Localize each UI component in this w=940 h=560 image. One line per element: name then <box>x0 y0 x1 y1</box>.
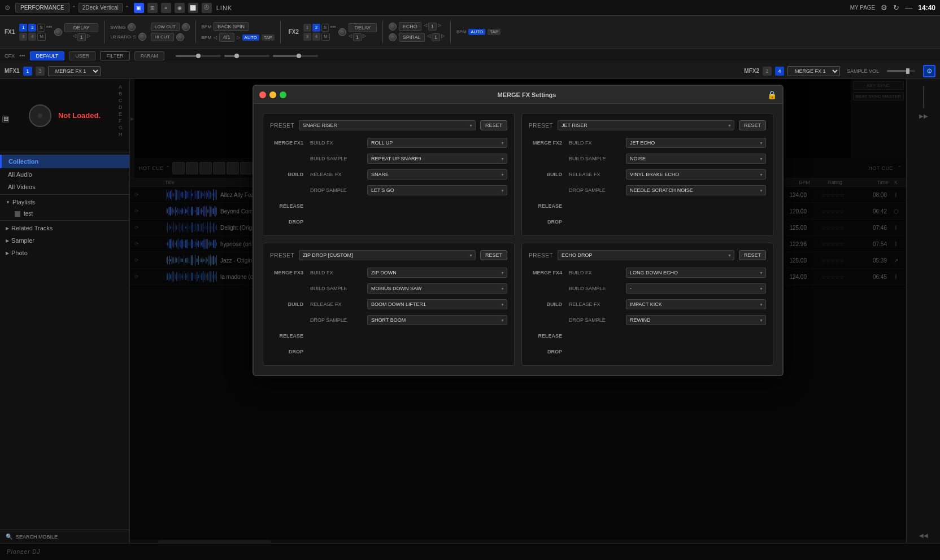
mixer-icon[interactable]: ≡ <box>161 3 171 13</box>
drop-sample-select-3[interactable]: SHORT BOOM <box>367 315 507 325</box>
low-cut-knob[interactable] <box>182 23 190 31</box>
fx2-val1[interactable]: 1 <box>353 33 362 41</box>
fx1-knob[interactable] <box>54 28 62 36</box>
right-collapse-icon[interactable]: ◀◀ <box>919 532 928 539</box>
build-fx-select-4[interactable]: LONG DOWN ECHO <box>626 268 766 278</box>
preset-select-4[interactable]: ECHO DROP <box>558 250 734 260</box>
fx1-ch1[interactable]: 1 <box>19 24 27 32</box>
fx2-m[interactable]: M <box>321 33 330 41</box>
fx2-ch2[interactable]: 2 <box>312 24 320 32</box>
release-fx-select-4[interactable]: IMPACT KICK <box>626 299 766 309</box>
mfx2-ch4[interactable]: 4 <box>775 67 784 76</box>
alpha-e[interactable]: E <box>114 111 127 117</box>
cfx-tab-user[interactable]: USER <box>69 51 95 60</box>
text-icon[interactable]: Ⓐ <box>202 3 212 13</box>
preset-select-3[interactable]: ZIP DROP [CUSTOM] <box>299 250 476 260</box>
fx1-s[interactable]: S <box>37 24 45 32</box>
spiral-val[interactable]: 1 <box>432 33 440 41</box>
layout-icon[interactable]: ⬜ <box>188 3 198 13</box>
build-sample-select-2[interactable]: NOISE <box>626 154 766 164</box>
release-fx-select-3[interactable]: BOOM DOWN LIFTER1 <box>367 299 507 309</box>
fx1-type[interactable]: DELAY <box>64 23 98 32</box>
alpha-d[interactable]: D <box>114 104 127 111</box>
spiral-knob[interactable] <box>389 33 397 41</box>
beats-value[interactable]: 4/1 <box>219 33 234 42</box>
auto-btn[interactable]: AUTO <box>242 34 259 41</box>
alpha-b[interactable]: B <box>114 90 127 97</box>
sidebar-item-all-audio[interactable]: All Audio <box>0 168 129 181</box>
build-fx-select-1[interactable]: ROLL UP <box>367 138 507 148</box>
low-cut-btn[interactable]: LOW CUT <box>151 23 180 31</box>
release-fx-select-1[interactable]: SNARE <box>367 169 507 180</box>
build-fx-select-3[interactable]: ZIP DOWN <box>367 268 507 278</box>
settings-icon[interactable]: ⚙ <box>881 3 887 12</box>
echo-btn[interactable]: ECHO <box>399 22 421 31</box>
sidebar-group-related[interactable]: ▶ Related Tracks <box>0 222 129 234</box>
echo-val[interactable]: 1 <box>428 23 437 30</box>
cfx-tab-default[interactable]: DEFAULT <box>30 51 65 60</box>
build-sample-select-4[interactable]: - <box>626 283 766 294</box>
circle-icon[interactable]: ◉ <box>175 3 185 13</box>
alpha-g[interactable]: G <box>114 124 127 131</box>
build-sample-select-3[interactable]: MOBIUS DOWN SAW <box>367 283 507 294</box>
deck-icon-active[interactable]: ▣ <box>134 3 144 13</box>
build-fx-select-2[interactable]: JET ECHO <box>626 138 766 148</box>
fx1-value[interactable]: 1 <box>77 33 86 41</box>
mfx1-ch3[interactable]: 3 <box>36 67 45 76</box>
sidebar-group-sampler[interactable]: ▶ Sampler <box>0 234 129 247</box>
preset-select-2[interactable]: JET RISER <box>558 120 734 130</box>
spiral-btn[interactable]: SPIRAL <box>399 33 425 42</box>
mfx2-selector[interactable]: MERGE FX 1 <box>787 66 840 76</box>
back-spin-btn[interactable]: BACK SPIN <box>214 22 249 31</box>
fx1-m[interactable]: M <box>37 33 46 41</box>
sidebar-item-test[interactable]: test <box>0 208 129 219</box>
fx2-dots[interactable]: ••• <box>330 24 336 32</box>
mfx-settings-btn[interactable]: ⚙ <box>923 65 935 77</box>
swing-knob[interactable] <box>128 23 136 31</box>
mfx2-ch2[interactable]: 2 <box>763 67 772 76</box>
mfx1-ch1[interactable]: 1 <box>23 67 32 76</box>
fx2-ch3[interactable]: 3 <box>303 33 311 41</box>
hi-cut-btn[interactable]: HI CUT <box>151 33 174 41</box>
minimize-btn[interactable]: — <box>905 3 912 12</box>
sidebar-group-playlists[interactable]: ▼ Playlists <box>0 196 129 208</box>
right-expand-icon[interactable]: ▶▶ <box>919 113 928 119</box>
grid-adjust-icon[interactable]: ⊞ <box>2 116 9 123</box>
preset-select-1[interactable]: SNARE RISER <box>299 120 476 130</box>
build-sample-select-1[interactable]: REPEAT UP SNARE9 <box>367 154 507 164</box>
sidebar-item-all-videos[interactable]: All Videos <box>0 181 129 193</box>
alpha-h[interactable]: H <box>114 131 127 138</box>
fx1-ch4[interactable]: 4 <box>28 33 36 41</box>
reset-btn-1[interactable]: RESET <box>480 120 507 130</box>
alpha-f[interactable]: F <box>114 117 127 124</box>
fx2-tap[interactable]: TAP <box>488 29 501 35</box>
fx2-ch4[interactable]: 4 <box>312 33 320 41</box>
fx1-ch2[interactable]: 2 <box>28 24 36 32</box>
fx2-knob[interactable] <box>338 28 346 36</box>
drop-sample-select-1[interactable]: LET'S GO <box>367 185 507 195</box>
deck-layout[interactable]: 2Deck Vertical <box>79 3 123 12</box>
sidebar-group-photo[interactable]: ▶ Photo <box>0 247 129 259</box>
mfx1-selector[interactable]: MERGE FX 1 <box>48 66 101 76</box>
fx2-s[interactable]: S <box>321 24 329 32</box>
fx2-ch1[interactable]: 1 <box>303 24 311 32</box>
performance-mode[interactable]: PERFORMANCE <box>15 3 69 12</box>
cfx-tab-param[interactable]: PARAM <box>134 51 164 60</box>
minimize-modal-btn[interactable] <box>269 91 276 98</box>
sidebar-item-collection[interactable]: Collection <box>0 155 129 168</box>
fx2-auto[interactable]: AUTO <box>468 29 485 35</box>
maximize-modal-btn[interactable] <box>280 91 286 98</box>
fx1-dots[interactable]: ••• <box>46 24 53 32</box>
cfx-tab-filter[interactable]: FILTER <box>100 51 129 60</box>
alpha-c[interactable]: C <box>114 97 127 104</box>
reset-btn-4[interactable]: RESET <box>739 250 766 260</box>
reset-btn-3[interactable]: RESET <box>480 250 507 260</box>
drop-sample-select-4[interactable]: REWIND <box>626 315 766 325</box>
release-fx-select-2[interactable]: VINYL BRAKE ECHO <box>626 169 766 180</box>
fx1-ch3[interactable]: 3 <box>19 33 27 41</box>
tap-btn[interactable]: TAP <box>262 34 275 41</box>
right-drag-handle[interactable] <box>923 86 924 108</box>
lr-knob[interactable] <box>138 33 146 41</box>
echo-knob[interactable] <box>389 23 397 30</box>
fx2-delay[interactable]: DELAY <box>349 23 377 32</box>
